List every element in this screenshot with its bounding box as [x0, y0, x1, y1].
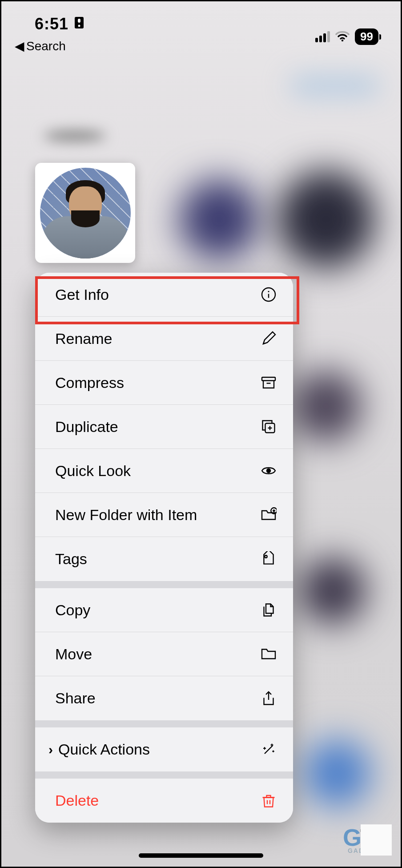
menu-share[interactable]: Share [35, 676, 293, 720]
menu-label: Share [55, 690, 96, 707]
svg-line-18 [265, 746, 273, 754]
menu-duplicate[interactable]: Duplicate [35, 405, 293, 449]
menu-quick-look[interactable]: Quick Look [35, 449, 293, 493]
orientation-lock-icon [74, 15, 84, 33]
share-up-icon [260, 690, 277, 707]
menu-delete[interactable]: Delete [35, 779, 293, 823]
svg-point-5 [268, 291, 269, 292]
wifi-icon [335, 31, 350, 43]
pencil-icon [260, 330, 277, 347]
watermark: GTU GADGETS [343, 828, 390, 854]
breadcrumb-back[interactable]: ◀ Search [15, 39, 84, 53]
eye-icon [260, 462, 277, 480]
menu-label: Get Info [55, 286, 109, 303]
svg-point-16 [265, 555, 267, 557]
duplicate-icon [260, 418, 277, 436]
avatar-image [40, 168, 131, 258]
cellular-signal-icon [315, 32, 330, 42]
archivebox-icon [260, 374, 277, 392]
tag-icon [260, 550, 277, 568]
menu-copy[interactable]: Copy [35, 588, 293, 632]
svg-point-3 [342, 39, 343, 41]
trash-icon [260, 792, 277, 810]
svg-rect-2 [78, 19, 80, 23]
menu-label: Quick Actions [58, 741, 150, 758]
back-chevron-icon: ◀ [15, 39, 24, 53]
menu-label: Tags [55, 550, 87, 568]
folder-icon [260, 645, 277, 663]
info-circle-icon [260, 286, 277, 303]
menu-label: Compress [55, 374, 124, 392]
menu-label: Move [55, 646, 92, 663]
file-preview-thumbnail[interactable] [35, 163, 135, 263]
menu-label: Delete [55, 792, 99, 809]
doc-on-doc-icon [260, 601, 277, 619]
status-bar: 6:51 ◀ Search 99 [1, 15, 401, 53]
menu-label: New Folder with Item [55, 506, 197, 524]
svg-rect-7 [262, 377, 275, 381]
svg-point-12 [266, 468, 271, 473]
menu-label: Quick Look [55, 462, 131, 480]
menu-label: Duplicate [55, 418, 118, 436]
menu-tags[interactable]: Tags [35, 537, 293, 581]
battery-indicator: 99 [355, 28, 378, 45]
menu-quick-actions[interactable]: › Quick Actions [35, 727, 293, 771]
menu-rename[interactable]: Rename [35, 317, 293, 361]
menu-label: Rename [55, 330, 113, 347]
menu-separator [35, 581, 293, 588]
status-time: 6:51 [35, 15, 68, 33]
menu-label: Copy [55, 602, 90, 619]
folder-plus-icon [260, 506, 277, 524]
menu-separator [35, 720, 293, 727]
menu-get-info[interactable]: Get Info [35, 273, 293, 317]
svg-point-1 [78, 25, 80, 27]
menu-move[interactable]: Move [35, 632, 293, 676]
breadcrumb-label: Search [26, 39, 66, 53]
chevron-right-icon: › [48, 742, 53, 757]
wand-icon [260, 741, 277, 759]
home-indicator[interactable] [139, 853, 263, 858]
menu-separator [35, 771, 293, 779]
menu-compress[interactable]: Compress [35, 361, 293, 405]
context-menu: Get Info Rename Compress Duplicate Quick… [35, 273, 293, 823]
menu-new-folder-with-item[interactable]: New Folder with Item [35, 493, 293, 537]
